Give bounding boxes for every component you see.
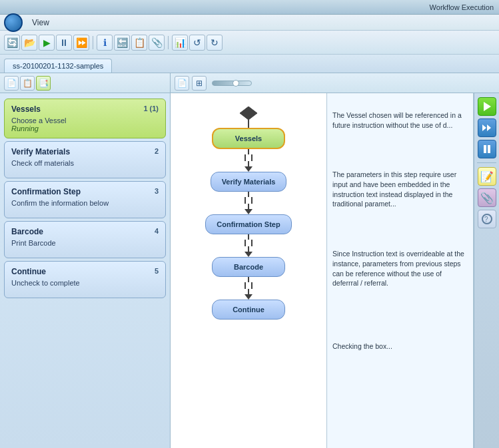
- menu-view[interactable]: View: [27, 17, 55, 29]
- workflow-item-header-5: Continue 5: [11, 267, 159, 276]
- workflow-item-num-5: 5: [155, 267, 159, 275]
- desc-verify: The parameters in this step require user…: [332, 170, 468, 209]
- content-area: Vessels Verify Materials: [171, 93, 499, 448]
- content-doc-btn[interactable]: 📄: [175, 76, 189, 91]
- toolbar-info-btn[interactable]: ℹ: [97, 35, 113, 51]
- extra-btn[interactable]: ?: [478, 210, 496, 228]
- workflow-item-num-4: 4: [155, 227, 159, 235]
- workflow-item-verify[interactable]: Verify Materials 2 Check off materials: [4, 141, 166, 178]
- workflow-item-title-1: Vessels: [11, 105, 41, 114]
- side-toolbar: 📝 📎 ?: [474, 93, 499, 448]
- menu-bar: View: [0, 15, 499, 31]
- workflow-item-continue[interactable]: Continue 5 Uncheck to complete: [4, 261, 166, 298]
- pause-large-btn[interactable]: [478, 140, 496, 158]
- workflow-item-barcode[interactable]: Barcode 4 Print Barcode: [4, 221, 166, 258]
- conn-1: [245, 149, 252, 172]
- toolbar-pause-btn[interactable]: ⏸: [56, 35, 72, 51]
- svg-marker-3: [487, 124, 491, 131]
- workflow-item-header-3: Confirmation Step 3: [11, 187, 159, 196]
- diagram-area[interactable]: Vessels Verify Materials: [171, 93, 327, 448]
- attachment-btn[interactable]: 📎: [478, 188, 496, 207]
- fast-forward-btn[interactable]: [478, 118, 496, 137]
- workflow-item-sub-5: Uncheck to complete: [11, 279, 159, 287]
- workflow-item-header-2: Verify Materials 2: [11, 147, 159, 156]
- title-bar-text: Workflow Execution: [430, 3, 494, 11]
- content-toolbar: 📄 ⊞: [171, 73, 499, 93]
- toolbar-reload-btn[interactable]: ↻: [207, 35, 223, 51]
- content-grid-btn[interactable]: ⊞: [192, 76, 207, 91]
- side-sep-1: [477, 162, 497, 163]
- desc-confirmation: Since Instruction text is overrideable a…: [332, 249, 468, 288]
- svg-marker-1: [484, 102, 491, 111]
- conn-3: [245, 234, 252, 257]
- toolbar-chart-btn[interactable]: 📊: [172, 35, 188, 51]
- workflow-item-num-2: 2: [155, 147, 159, 155]
- conn-2: [245, 192, 252, 214]
- conn-start: [248, 120, 249, 128]
- workflow-item-sub-4: Print Barcode: [11, 239, 159, 247]
- toolbar-back-btn[interactable]: 🔙: [114, 35, 130, 51]
- toolbar-refresh-btn[interactable]: 🔄: [4, 35, 20, 51]
- left-panel: 📄 📋 📑 Vessels 1 (1) Choose a Vessel Runn…: [0, 73, 171, 448]
- panel-doc-btn[interactable]: 📄: [4, 76, 19, 91]
- workflow-item-title-5: Continue: [11, 267, 46, 276]
- toolbar-sep-1: [93, 36, 93, 49]
- tab-samples[interactable]: ss-20100201-1132-samples: [4, 59, 112, 73]
- zoom-slider[interactable]: [212, 81, 252, 86]
- workflow-item-sub-3: Confirm the information below: [11, 199, 159, 207]
- node-continue[interactable]: Continue: [212, 300, 285, 320]
- toolbar-sep-2: [168, 36, 169, 49]
- zoom-thumb: [233, 80, 239, 87]
- right-content: 📄 ⊞ Vessel: [171, 73, 499, 448]
- zoom-control: [212, 81, 252, 86]
- toolbar-folder-btn[interactable]: 📂: [21, 35, 37, 51]
- desc-vessels: The Vessel chosen will be referenced in …: [332, 111, 468, 130]
- workflow-item-header-1: Vessels 1 (1): [11, 105, 159, 114]
- svg-rect-5: [488, 145, 490, 153]
- toolbar-forward-btn[interactable]: ⏩: [73, 35, 89, 51]
- workflow-item-title-2: Verify Materials: [11, 147, 70, 156]
- node-confirmation-step[interactable]: Confirmation Step: [205, 214, 291, 234]
- panel-active-btn[interactable]: 📑: [36, 76, 51, 91]
- node-barcode[interactable]: Barcode: [212, 257, 285, 277]
- desc-continue: Checking the box...: [332, 341, 468, 351]
- panel-list-btn[interactable]: 📋: [20, 76, 35, 91]
- svg-rect-4: [484, 145, 486, 153]
- toolbar-reset-btn[interactable]: ↺: [189, 35, 205, 51]
- title-bar: Workflow Execution: [0, 0, 499, 15]
- toolbar-clip-btn[interactable]: 📎: [149, 35, 165, 51]
- node-vessels[interactable]: Vessels: [212, 128, 285, 149]
- play-large-btn[interactable]: [478, 97, 496, 116]
- workflow-item-title-4: Barcode: [11, 227, 43, 236]
- toolbar-play-btn[interactable]: ▶: [39, 35, 55, 51]
- svg-text:?: ?: [484, 216, 488, 223]
- svg-marker-2: [482, 124, 486, 131]
- workflow-item-vessels[interactable]: Vessels 1 (1) Choose a Vessel Running: [4, 99, 166, 138]
- workflow-item-status-1: Running: [11, 124, 159, 132]
- diagram-container: Vessels Verify Materials: [177, 100, 320, 320]
- workflow-item-num-3: 3: [155, 187, 159, 195]
- svg-marker-0: [240, 107, 257, 120]
- tab-bar: ss-20100201-1132-samples: [0, 55, 499, 73]
- toolbar: 🔄 📂 ▶ ⏸ ⏩ ℹ 🔙 📋 📎 📊 ↺ ↻: [0, 31, 499, 55]
- conn-4: [245, 277, 252, 300]
- toolbar-notes-btn[interactable]: 📋: [131, 35, 147, 51]
- workflow-item-sub-1: Choose a Vessel: [11, 116, 159, 124]
- workflow-item-title-3: Confirmation Step: [11, 187, 81, 196]
- workflow-item-sub-2: Check off materials: [11, 159, 159, 167]
- app-icon: [4, 13, 23, 32]
- workflow-item-confirmation[interactable]: Confirmation Step 3 Confirm the informat…: [4, 181, 166, 218]
- workflow-item-num-1: 1 (1): [143, 105, 159, 112]
- note-btn[interactable]: 📝: [478, 167, 496, 186]
- description-area: The Vessel chosen will be referenced in …: [327, 93, 474, 448]
- main-layout: 📄 📋 📑 Vessels 1 (1) Choose a Vessel Runn…: [0, 73, 499, 448]
- workflow-item-header-4: Barcode 4: [11, 227, 159, 236]
- node-verify-materials[interactable]: Verify Materials: [211, 172, 287, 192]
- start-diamond: [239, 107, 258, 120]
